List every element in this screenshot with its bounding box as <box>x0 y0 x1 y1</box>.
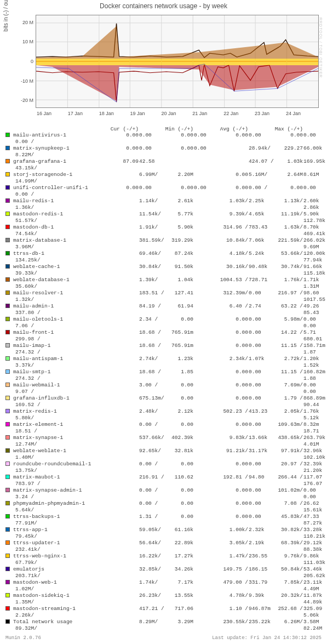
legend-row: mailu-oletools-12.34 /0.000.000.005.98m/… <box>5 316 322 323</box>
legend-row-cont: 232.41k/88.38k <box>5 546 322 553</box>
legend-row: matrix-element-10.00 /0.000.000.00109.63… <box>5 421 322 428</box>
color-swatch <box>5 317 10 321</box>
series-name: storj-storagenode-1 <box>11 172 107 178</box>
legend-row: matrix-database-1381.59k/319.29k10.84k/7… <box>5 237 322 244</box>
series-name: matrix-synapse-admin-1 <box>11 487 107 494</box>
legend-row-cont: 783.97 /176.07 <box>5 481 322 487</box>
legend-row-cont: 5.80k/5.12k <box>5 415 322 421</box>
legend-row: weblate-cache-130.84k/91.50k30.16k/90.48… <box>5 264 322 270</box>
legend-row-cont: 274.32 /1.87 <box>5 349 322 356</box>
color-swatch <box>5 290 10 295</box>
series-name: matrix-element-1 <box>11 421 107 428</box>
color-swatch <box>5 330 10 334</box>
xtick: 22 Jan <box>223 111 238 116</box>
legend-row: mailu-antivirus-10.000.000.000.000.000.0… <box>5 132 322 139</box>
series-name: phpmyadmin-phpmyadmin-1 <box>11 500 107 507</box>
legend-row: ttrss-db-169.46k/87.24k4.18k/5.24k53.66k… <box>5 250 322 257</box>
legend-row-cont: 89.32M/82.24M <box>5 625 322 632</box>
series-name: mastodon-web-1 <box>11 579 107 586</box>
color-swatch <box>5 422 10 426</box>
color-swatch <box>5 554 10 558</box>
ytick: -10 M <box>21 78 33 84</box>
legend-row: phpmyadmin-phpmyadmin-10.00 /0.000.000.0… <box>5 500 322 507</box>
legend-row-cont: 18.51 /18.71 <box>5 428 322 435</box>
series-name: Total network usage <box>11 619 107 625</box>
legend-row-cont: 5.64k/15.61k <box>5 507 322 514</box>
color-swatch <box>5 212 10 216</box>
legend-row: mastodon-streaming-1417.21 /717.061.10 /… <box>5 606 322 612</box>
series-name: roundcube-roundcubemail-1 <box>11 461 107 468</box>
legend-row-cont: 39.33k/115.18k <box>5 270 322 277</box>
last-update: Last update: Fri Jan 24 14:30:12 2025 <box>212 635 322 641</box>
series-fill-in1 <box>36 61 318 65</box>
series-name: ttrss-backups-1 <box>11 514 107 520</box>
series-name: matrix-synupkeep-1 <box>11 145 107 152</box>
color-swatch <box>5 435 10 440</box>
legend-row: grafana-grafana-187.0942.58424.07 /1.03k… <box>5 158 322 165</box>
color-swatch <box>5 501 10 505</box>
color-swatch <box>5 383 10 387</box>
color-swatch <box>5 251 10 255</box>
color-swatch <box>5 159 10 163</box>
legend-row-cont: 13.75k/21.20k <box>5 468 322 474</box>
series-name: mailu-front-1 <box>11 329 107 336</box>
legend-row: mailu-smtp-118.68 /1.850.000.0011.15 /16… <box>5 369 322 375</box>
color-swatch <box>5 343 10 347</box>
legend-row-cont: 1.32k/1017.55 <box>5 297 322 303</box>
series-fill-out2 <box>36 26 318 59</box>
xtick: 17 Jan <box>68 111 83 116</box>
legend-row: mailu-admin-184.19 /61.946.40 /2.7463.22… <box>5 303 322 310</box>
legend-row: storj-storagenode-16.99M/2.20M0.005.16M/… <box>5 172 322 178</box>
legend-row: matrix-synapse-admin-10.00 /0.000.000.00… <box>5 487 322 494</box>
color-swatch <box>5 133 10 137</box>
legend-row-cont: 8.22M/ <box>5 152 322 158</box>
legend-row: Total network usage8.29M/3.29M230.55k/23… <box>5 619 322 625</box>
legend-row: mailu-front-118.68 /765.91m0.000.0014.22… <box>5 329 322 336</box>
legend-row: mailu-redis-11.14k/2.61k1.03k/2.25k1.13k… <box>5 198 322 204</box>
ytick: 10 M <box>22 39 33 44</box>
legend-row: ttrss-app-159.05k/61.16k1.00k/2.32k30.82… <box>5 527 322 533</box>
legend-header: Cur (-/+) Min (-/+) Avg (-/+) Max (-/+) <box>5 126 322 132</box>
y-ticks: 20 M 10 M 0 -10 M -20 M <box>15 15 33 108</box>
x-ticks: 16 Jan 17 Jan 18 Jan 19 Jan 20 Jan 21 Ja… <box>36 111 319 117</box>
series-name: matrix-database-1 <box>11 237 107 244</box>
legend-row: matrix-synupkeep-10.000.000.000.0028.94k… <box>5 145 322 152</box>
color-swatch <box>5 475 10 479</box>
xtick: 21 Jan <box>192 111 207 116</box>
series-name: unifi-controller-unifi-1 <box>11 185 107 191</box>
color-swatch <box>5 396 10 400</box>
legend-row-cont: 51.57k/112.78k <box>5 218 322 224</box>
munin-version: Munin 2.0.76 <box>5 635 41 641</box>
series-name: mastodon-redis-1 <box>11 211 107 218</box>
series-name: mailu-webmail-1 <box>11 382 107 389</box>
color-swatch <box>5 567 10 571</box>
series-name: weblate-weblate-1 <box>11 448 107 454</box>
legend-row-cont: 74.54k/469.41k <box>5 231 322 237</box>
legend-row: weblate-database-11.39k/1.04k1004.53 /72… <box>5 277 322 283</box>
color-swatch <box>5 580 10 584</box>
legend-row-cont: 337.80 /85.43 <box>5 310 322 316</box>
legend-row: ttrss-web-nginx-116.22k/17.27k1.47k/236.… <box>5 553 322 560</box>
series-name: mailu-oletools-1 <box>11 316 107 323</box>
legend-row-cont: 9.07 /0.00 <box>5 389 322 395</box>
legend-row: roundcube-roundcubemail-10.00 /0.000.000… <box>5 461 322 468</box>
color-swatch <box>5 264 10 269</box>
legend-row: weblate-weblate-192.65k/32.81k91.21k/31.… <box>5 448 322 454</box>
color-swatch <box>5 172 10 176</box>
legend-row-cont: 7.06 /0.00 <box>5 323 322 329</box>
legend-row-cont: 2.26k/5.06k <box>5 612 322 619</box>
series-fill-in2 <box>36 65 318 101</box>
legend-row-cont: 203.71k/205.62k <box>5 573 322 579</box>
legend-row-cont: 12.74M/4.01M <box>5 441 322 448</box>
ytick: 0 <box>31 59 33 64</box>
xtick: 24 Jan <box>286 111 301 116</box>
ytick: 20 M <box>22 20 33 25</box>
y-axis-label: bits in (-) / out (+) per second <box>3 0 9 32</box>
series-name: mailu-imap-1 <box>11 343 107 349</box>
color-swatch <box>5 461 10 466</box>
series-name: matrix-synapse-1 <box>11 435 107 441</box>
series-name: mailu-smtp-1 <box>11 369 107 375</box>
series-name: emulatorjs <box>11 566 107 573</box>
chart-title: Docker containers network usage - by wee… <box>0 0 327 12</box>
legend-row: unifi-controller-unifi-10.000.000.000.00… <box>5 185 322 191</box>
